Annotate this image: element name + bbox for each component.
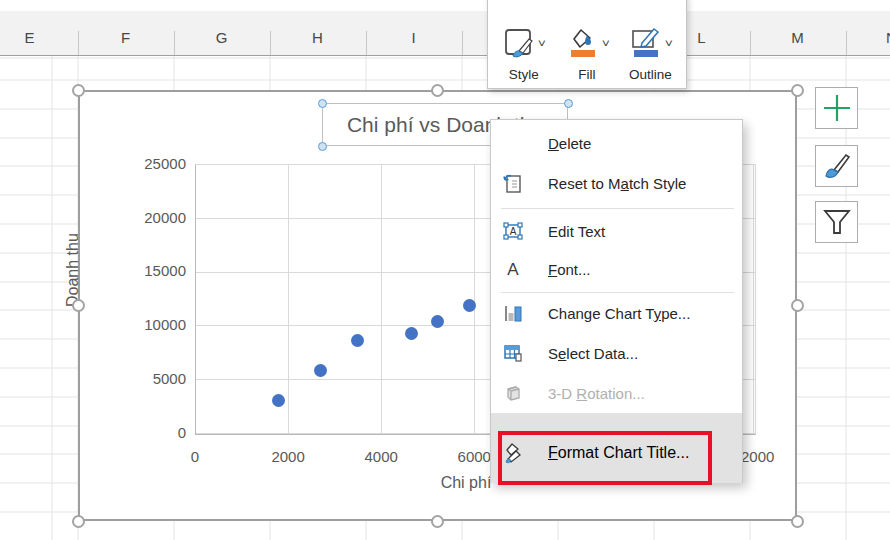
data-point <box>314 364 327 377</box>
column-header-i[interactable]: I <box>390 24 438 52</box>
brush-icon <box>822 151 852 181</box>
y-tick-label: 0 <box>126 424 186 441</box>
data-point <box>431 315 444 328</box>
chart-resize-handle-w[interactable] <box>72 299 85 312</box>
chart-elements-button[interactable] <box>815 87 858 129</box>
column-header-m[interactable]: M <box>774 24 822 52</box>
blank-icon <box>502 132 524 154</box>
menu-separator <box>501 208 734 209</box>
chevron-down-icon: ˅ <box>665 38 673 49</box>
chevron-down-icon: ˅ <box>602 38 610 49</box>
style-button[interactable]: ˅ Style <box>493 23 555 82</box>
style-label: Style <box>509 67 539 82</box>
column-header-n[interactable]: N <box>868 24 890 52</box>
column-divider <box>462 31 463 55</box>
title-handle-nw[interactable] <box>318 99 327 108</box>
chart-styles-button[interactable] <box>815 145 858 187</box>
annotation-red-box <box>498 431 712 485</box>
chart-resize-handle-n[interactable] <box>431 84 444 97</box>
column-header-f[interactable]: F <box>102 24 150 52</box>
svg-text:A: A <box>507 260 519 279</box>
y-tick-label: 15000 <box>126 262 186 279</box>
title-handle-ne[interactable] <box>564 99 573 108</box>
select-data-icon <box>502 342 524 364</box>
y-tick-label: 5000 <box>126 370 186 387</box>
menu-item-3d-rotation: 3-D Rotation... <box>491 373 742 413</box>
chart-resize-handle-sw[interactable] <box>72 515 85 528</box>
outline-label: Outline <box>629 67 672 82</box>
menu-item-reset-to-match-style[interactable]: Reset to Match Style <box>491 163 742 203</box>
font-icon: A <box>502 258 524 280</box>
fill-button[interactable]: ˅ Fill <box>556 23 618 82</box>
chevron-down-icon: ˅ <box>538 38 546 49</box>
outline-icon <box>628 26 662 60</box>
x-tick-label: 4000 <box>353 448 409 465</box>
x-tick-label: 2000 <box>260 448 316 465</box>
column-divider <box>366 31 367 55</box>
chart-resize-handle-e[interactable] <box>791 299 804 312</box>
x-tick-label: 0 <box>167 448 223 465</box>
menu-item-font[interactable]: A Font... <box>491 249 742 289</box>
chart-resize-handle-s[interactable] <box>431 515 444 528</box>
column-header-band[interactable]: E F G H I L M N <box>0 11 890 56</box>
menu-item-select-data[interactable]: Select Data... <box>491 333 742 373</box>
column-divider <box>270 31 271 55</box>
funnel-icon <box>822 207 852 237</box>
outline-button[interactable]: ˅ Outline <box>619 23 681 82</box>
reset-icon <box>502 172 524 194</box>
menu-item-delete[interactable]: Delete <box>491 123 742 163</box>
rotation-3d-icon <box>502 382 524 404</box>
y-tick-label: 25000 <box>126 155 186 172</box>
y-tick-label: 20000 <box>126 209 186 226</box>
column-header-h[interactable]: H <box>294 24 342 52</box>
column-header-g[interactable]: G <box>198 24 246 52</box>
chart-resize-handle-nw[interactable] <box>72 84 85 97</box>
mini-format-toolbar: ˅ Style ˅ Fill ˅ <box>487 0 687 89</box>
excel-window: { "sheet": { "columns": ["E","F","G","H"… <box>0 0 890 540</box>
chart-filters-button[interactable] <box>815 201 858 243</box>
change-chart-type-icon <box>502 302 524 324</box>
column-divider <box>750 31 751 55</box>
chart-resize-handle-se[interactable] <box>791 515 804 528</box>
svg-text:A: A <box>510 226 517 237</box>
fill-icon <box>565 26 599 60</box>
style-icon <box>503 27 535 59</box>
context-menu: Delete Reset to Match Style <box>490 119 743 483</box>
chart-resize-handle-ne[interactable] <box>791 84 804 97</box>
title-handle-sw[interactable] <box>318 142 327 151</box>
y-tick-label: 10000 <box>126 316 186 333</box>
edit-text-icon: A <box>502 220 524 242</box>
column-header-e[interactable]: E <box>6 24 54 52</box>
menu-item-change-chart-type[interactable]: Change Chart Type... <box>491 293 742 333</box>
plus-icon <box>823 94 851 122</box>
column-divider <box>78 31 79 55</box>
menu-item-edit-text[interactable]: A Edit Text <box>491 211 742 251</box>
column-divider <box>846 31 847 55</box>
column-divider <box>174 31 175 55</box>
fill-label: Fill <box>578 67 595 82</box>
